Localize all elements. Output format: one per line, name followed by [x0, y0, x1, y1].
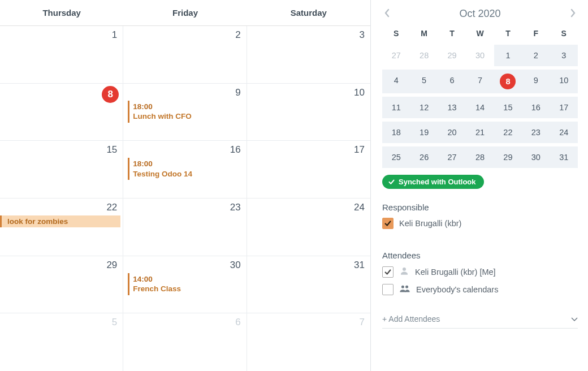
date-number: 1	[0, 26, 123, 42]
prev-month-button[interactable]	[383, 8, 390, 20]
calendar-cell[interactable]: 3014:00French Class	[123, 256, 247, 313]
mini-weekday-header: T	[438, 25, 466, 41]
calendar-cell[interactable]: 918:00Lunch with CFO	[123, 84, 247, 141]
mini-calendar-day[interactable]: 6	[438, 70, 466, 93]
mini-calendar-day[interactable]: 30	[522, 146, 550, 168]
calendar-cell[interactable]: 2	[123, 26, 247, 83]
allday-event[interactable]: look for zombies	[0, 215, 120, 227]
mini-calendar-day[interactable]: 30	[466, 45, 494, 66]
calendar-cell[interactable]: 22look for zombies	[0, 199, 123, 256]
mini-calendar-day[interactable]: 26	[410, 146, 438, 168]
sync-status-label: Synched with Outlook	[399, 178, 476, 186]
attendee-me-checkbox[interactable]	[382, 266, 394, 278]
mini-calendar-nav: Oct 2020	[382, 5, 578, 25]
mini-calendar-day[interactable]: 10	[550, 70, 578, 93]
calendar-event[interactable]: 18:00Testing Odoo 14	[128, 158, 243, 180]
mini-calendar-day[interactable]: 27	[382, 45, 410, 66]
mini-calendar-day[interactable]: 19	[410, 122, 438, 143]
mini-calendar-day[interactable]: 16	[522, 97, 550, 118]
calendar-event[interactable]: 14:00French Class	[128, 273, 243, 295]
mini-calendar-day[interactable]: 28	[410, 45, 438, 66]
event-time: 18:00	[133, 159, 239, 169]
mini-calendar-day[interactable]: 18	[382, 122, 410, 143]
mini-calendar-day[interactable]: 25	[382, 146, 410, 168]
calendar-cell[interactable]: 23	[123, 199, 247, 256]
mini-calendar-day[interactable]: 8	[494, 70, 522, 93]
mini-calendar-day[interactable]: 7	[466, 70, 494, 93]
mini-calendar-day[interactable]: 14	[466, 97, 494, 118]
mini-calendar-day[interactable]: 23	[522, 122, 550, 143]
attendee-everyone-checkbox[interactable]	[382, 284, 394, 295]
responsible-checkbox[interactable]	[382, 218, 394, 229]
calendar-event[interactable]: 18:00Lunch with CFO	[128, 101, 243, 123]
mini-calendar-day[interactable]: 12	[410, 97, 438, 118]
mini-calendar-day[interactable]: 2	[522, 45, 550, 66]
mini-weekday-header: T	[494, 25, 522, 41]
person-icon	[399, 266, 409, 278]
svg-point-2	[405, 286, 408, 288]
calendar-cell[interactable]: 31	[247, 256, 370, 313]
mini-calendar-day[interactable]: 4	[382, 70, 410, 93]
calendar-cell[interactable]: 7	[247, 313, 370, 371]
chevron-left-icon	[383, 8, 390, 18]
svg-point-0	[403, 268, 406, 271]
mini-calendar-day[interactable]: 20	[438, 122, 466, 143]
mini-weekday-header: S	[550, 25, 578, 41]
attendee-row-me: Keli Brugalli (kbr) [Me]	[382, 266, 578, 278]
mini-calendar-day[interactable]: 31	[550, 146, 578, 168]
calendar-cell[interactable]: 8	[0, 84, 123, 141]
mini-calendar-day[interactable]: 24	[550, 122, 578, 143]
mini-calendar-day[interactable]: 3	[550, 45, 578, 66]
calendar-cell[interactable]: 1	[0, 26, 123, 83]
date-number: 16	[123, 141, 246, 157]
chevron-right-icon	[570, 8, 577, 18]
calendar-cell[interactable]: 3	[247, 26, 370, 83]
calendar-cell[interactable]: 5	[0, 313, 123, 371]
sidebar: Oct 2020 SMTWTFS 27282930123456789101112…	[371, 0, 588, 371]
date-number: 6	[123, 313, 246, 329]
mini-calendar-day[interactable]: 21	[466, 122, 494, 143]
responsible-name: Keli Brugalli (kbr)	[399, 219, 461, 228]
calendar-cell[interactable]: 15	[0, 141, 123, 198]
calendar-cell[interactable]: 10	[247, 84, 370, 141]
calendar-cell[interactable]: 29	[0, 256, 123, 313]
mini-calendar-day[interactable]: 13	[438, 97, 466, 118]
mini-calendar-day[interactable]: 29	[494, 146, 522, 168]
calendar-cell[interactable]: 17	[247, 141, 370, 198]
mini-calendar-day[interactable]: 1	[494, 45, 522, 66]
calendar-cell[interactable]: 6	[123, 313, 247, 371]
day-header-fri: Friday	[123, 0, 247, 25]
mini-calendar-day[interactable]: 11	[382, 97, 410, 118]
mini-calendar-day[interactable]: 5	[410, 70, 438, 93]
check-icon	[384, 219, 392, 227]
calendar-row: 22look for zombies2324	[0, 199, 370, 256]
mini-calendar-day[interactable]: 17	[550, 97, 578, 118]
next-month-button[interactable]	[570, 8, 577, 20]
main-calendar-body: 1238918:00Lunch with CFO10151618:00Testi…	[0, 26, 370, 371]
date-number: 2	[123, 26, 246, 42]
mini-calendar-day[interactable]: 29	[438, 45, 466, 66]
date-number: 9	[123, 84, 246, 100]
date-number: 22	[0, 199, 123, 214]
event-time: 14:00	[133, 274, 239, 284]
calendar-cell[interactable]: 1618:00Testing Odoo 14	[123, 141, 247, 198]
calendar-cell[interactable]: 24	[247, 199, 370, 256]
date-number: 29	[0, 256, 123, 272]
date-number: 7	[247, 313, 370, 329]
add-attendees-input[interactable]: + Add Attendees	[382, 310, 578, 329]
date-number: 24	[247, 199, 370, 214]
mini-calendar-day[interactable]: 15	[494, 97, 522, 118]
attendee-row-everyone: Everybody's calendars	[382, 283, 578, 295]
add-attendees-placeholder: + Add Attendees	[382, 314, 440, 323]
event-time: 18:00	[133, 102, 239, 112]
mini-calendar-day[interactable]: 22	[494, 122, 522, 143]
date-number: 8	[0, 84, 123, 104]
mini-calendar-day[interactable]: 28	[466, 146, 494, 168]
mini-calendar-day[interactable]: 9	[522, 70, 550, 93]
mini-calendar-day[interactable]: 27	[438, 146, 466, 168]
main-calendar-header: Thursday Friday Saturday	[0, 0, 370, 26]
calendar-row: 123	[0, 26, 370, 84]
mini-weekday-header: F	[522, 25, 550, 41]
mini-weekday-header: M	[410, 25, 438, 41]
calendar-row: 293014:00French Class31	[0, 256, 370, 314]
